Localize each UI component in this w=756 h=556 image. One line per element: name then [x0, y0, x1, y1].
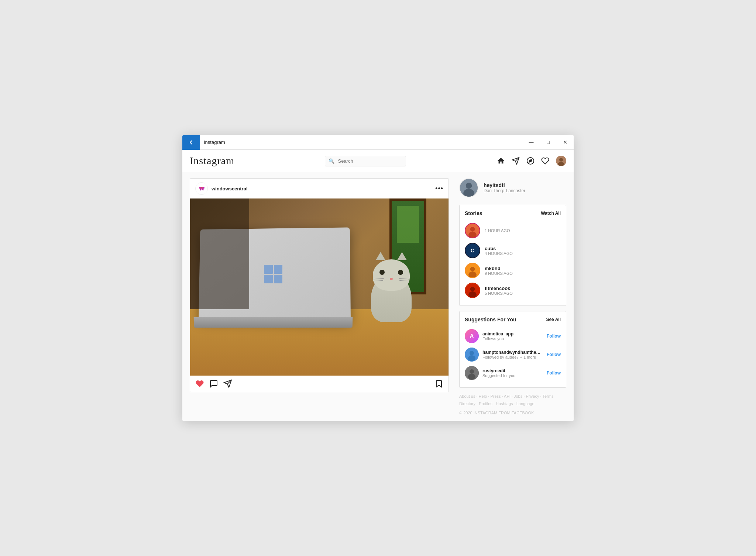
svg-point-27 — [468, 355, 475, 361]
profile-avatar — [459, 178, 478, 197]
follow-button-2[interactable]: Follow — [547, 352, 561, 357]
like-button[interactable] — [195, 379, 204, 388]
svg-marker-1 — [529, 159, 532, 162]
post-image — [190, 198, 449, 376]
post-header: windowscentral ••• — [190, 179, 449, 198]
footer-link-press[interactable]: Press — [490, 394, 501, 398]
follow-button-3[interactable]: Follow — [547, 370, 561, 376]
story-time-4: 5 HOURS AGO — [485, 291, 513, 296]
footer-link-profiles[interactable]: Profiles — [479, 401, 492, 406]
stories-header: Stories Watch All — [465, 210, 561, 216]
close-button[interactable]: ✕ — [557, 135, 574, 150]
story-item-3[interactable]: mkbhd 9 HOURS AGO — [465, 260, 561, 280]
suggestion-reason-3: Suggested for you — [482, 373, 543, 378]
svg-point-29 — [470, 369, 474, 374]
story-time-3: 9 HOURS AGO — [485, 271, 513, 276]
top-navigation: Instagram 🔍 — [182, 150, 574, 172]
instagram-logo: Instagram — [190, 155, 234, 167]
app-window: Instagram — □ ✕ Instagram 🔍 — [182, 135, 574, 421]
footer-link-jobs[interactable]: Jobs — [514, 394, 522, 398]
suggestion-item-1: A animotica_app Follows you Follow — [465, 327, 561, 345]
post-avatar — [195, 182, 208, 195]
svg-point-11 — [463, 189, 474, 197]
suggestion-item-3: rustyreed4 Suggested for you Follow — [465, 364, 561, 382]
svg-point-10 — [466, 183, 472, 189]
main-content: windowscentral ••• — [182, 172, 574, 421]
suggestion-info-1: animotica_app Follows you — [482, 331, 543, 341]
stories-section: Stories Watch All 1 HOUR AGO C — [459, 205, 566, 306]
suggestion-reason-2: Followed by audee7 + 1 more — [482, 355, 543, 359]
post-more-button[interactable]: ••• — [435, 185, 443, 193]
story-time-2: 4 HOURS AGO — [485, 251, 513, 256]
see-all-link[interactable]: See All — [546, 317, 561, 322]
suggestion-name-2: hamptonandwyndhamthe… — [482, 350, 543, 355]
nav-icons-group — [497, 156, 566, 166]
suggestion-item-2: hamptonandwyndhamthe… Followed by audee7… — [465, 345, 561, 364]
profile-fullname: Dan Thorp-Lancaster — [484, 188, 525, 193]
profile-info: heyitsdtl Dan Thorp-Lancaster — [484, 182, 525, 193]
svg-point-3 — [559, 158, 563, 162]
suggestions-title: Suggestions For You — [465, 317, 516, 322]
story-avatar-2: C — [465, 243, 480, 258]
profile-nav-icon[interactable] — [556, 156, 566, 166]
search-input[interactable] — [325, 156, 406, 166]
story-item-4[interactable]: fitmencook 5 HOURS AGO — [465, 280, 561, 300]
story-avatar-3 — [465, 263, 480, 278]
footer-link-help[interactable]: Help — [479, 394, 487, 398]
svg-point-26 — [470, 351, 474, 355]
footer-link-language[interactable]: Language — [516, 401, 535, 406]
post-user: windowscentral — [195, 182, 248, 195]
story-item[interactable]: 1 HOUR AGO — [465, 221, 561, 241]
maximize-button[interactable]: □ — [540, 135, 557, 150]
feed: windowscentral ••• — [190, 178, 449, 415]
post-username[interactable]: windowscentral — [212, 186, 248, 191]
follow-button-1[interactable]: Follow — [547, 334, 561, 339]
minimize-button[interactable]: — — [523, 135, 540, 150]
post-actions — [190, 376, 449, 392]
post-card: windowscentral ••• — [190, 178, 449, 392]
suggestion-reason-1: Follows you — [482, 336, 543, 341]
search-icon: 🔍 — [329, 158, 334, 164]
footer-link-hashtags[interactable]: Hashtags — [496, 401, 513, 406]
suggestion-avatar-3 — [465, 366, 479, 380]
window-controls: — □ ✕ — [523, 135, 574, 150]
suggestion-avatar-1: A — [465, 329, 479, 343]
footer-link-privacy[interactable]: Privacy — [526, 394, 539, 398]
suggestion-name-3: rustyreed4 — [482, 368, 543, 373]
footer-link-terms[interactable]: Terms — [542, 394, 553, 398]
svg-point-13 — [470, 227, 475, 232]
footer-link-about[interactable]: About us — [459, 394, 475, 398]
titlebar: Instagram — □ ✕ — [182, 135, 574, 150]
share-button[interactable] — [223, 379, 232, 388]
profile-box: heyitsdtl Dan Thorp-Lancaster — [459, 178, 566, 197]
window-title: Instagram — [200, 139, 523, 145]
stories-title: Stories — [465, 210, 482, 216]
suggestions-header: Suggestions For You See All — [465, 317, 561, 322]
story-avatar-1 — [465, 223, 480, 238]
svg-point-21 — [470, 287, 475, 291]
comment-button[interactable] — [209, 379, 218, 388]
footer-link-directory[interactable]: Directory — [459, 401, 475, 406]
back-button[interactable] — [182, 135, 200, 150]
watch-all-link[interactable]: Watch All — [541, 211, 561, 216]
story-info-1: 1 HOUR AGO — [485, 228, 510, 233]
suggestion-name-1: animotica_app — [482, 331, 543, 336]
footer-link-api[interactable]: API — [504, 394, 511, 398]
suggestion-info-3: rustyreed4 Suggested for you — [482, 368, 543, 378]
story-info-2: cubs 4 HOURS AGO — [485, 246, 513, 256]
activity-icon[interactable] — [541, 157, 549, 165]
svg-point-30 — [468, 374, 475, 380]
suggestion-info-2: hamptonandwyndhamthe… Followed by audee7… — [482, 350, 543, 359]
svg-text:A: A — [470, 333, 474, 339]
direct-icon[interactable] — [512, 157, 520, 165]
story-item-2[interactable]: C cubs 4 HOURS AGO — [465, 241, 561, 260]
bookmark-button[interactable] — [434, 379, 443, 388]
search-container: 🔍 — [325, 156, 406, 166]
story-info-4: fitmencook 5 HOURS AGO — [485, 286, 513, 296]
explore-icon[interactable] — [526, 157, 535, 165]
story-time-1: 1 HOUR AGO — [485, 228, 510, 233]
footer-copyright: © 2020 INSTAGRAM FROM FACEBOOK — [459, 411, 566, 415]
profile-username[interactable]: heyitsdtl — [484, 182, 525, 188]
home-icon[interactable] — [497, 157, 505, 165]
post-actions-left — [195, 379, 232, 388]
